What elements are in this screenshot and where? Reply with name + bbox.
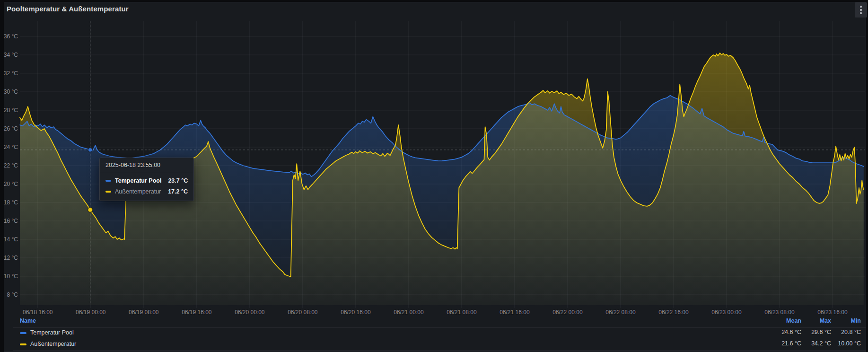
legend-series-label[interactable]: Temperatur Pool bbox=[30, 329, 74, 336]
outside-hover-point bbox=[88, 208, 93, 212]
legend-header-row: Name Mean Max Min bbox=[0, 316, 868, 327]
legend-min-value: 20.8 °C bbox=[820, 329, 861, 335]
legend-header-name[interactable]: Name bbox=[20, 317, 36, 324]
legend-table: Name Mean Max Min Temperatur Pool24.6 °C… bbox=[0, 316, 868, 351]
legend-series-swatch bbox=[20, 332, 26, 334]
tooltip-series-name: Außentemperatur bbox=[115, 188, 161, 195]
tooltip-series-value: 23.7 °C bbox=[168, 177, 188, 184]
pool-hover-point bbox=[88, 148, 92, 152]
legend-header-min[interactable]: Min bbox=[820, 317, 861, 324]
legend-separator bbox=[13, 350, 866, 351]
legend-row: Außentemperatur21.6 °C34.2 °C10.00 °C bbox=[0, 339, 868, 350]
outside-series-swatch bbox=[105, 191, 111, 193]
legend-series-swatch bbox=[20, 343, 26, 345]
pool-series-swatch bbox=[105, 180, 111, 182]
legend-min-value: 10.00 °C bbox=[820, 340, 861, 347]
tooltip-row-pool: Temperatur Pool 23.7 °C bbox=[105, 175, 188, 186]
tooltip-series-name: Temperatur Pool bbox=[115, 177, 161, 184]
grafana-panel-stage: Pooltemperatur & Außentemperatur 36 °C34… bbox=[0, 0, 868, 352]
hover-tooltip: 2025-06-18 23:55:00 Temperatur Pool 23.7… bbox=[99, 158, 194, 201]
legend-separator bbox=[13, 327, 866, 328]
tooltip-row-outside: Außentemperatur 17.2 °C bbox=[105, 186, 188, 197]
legend-separator bbox=[13, 339, 866, 339]
legend-series-label[interactable]: Außentemperatur bbox=[30, 341, 76, 347]
tooltip-timestamp: 2025-06-18 23:55:00 bbox=[100, 158, 193, 172]
tooltip-series-value: 17.2 °C bbox=[168, 188, 188, 195]
legend-row: Temperatur Pool24.6 °C29.6 °C20.8 °C bbox=[0, 327, 868, 339]
